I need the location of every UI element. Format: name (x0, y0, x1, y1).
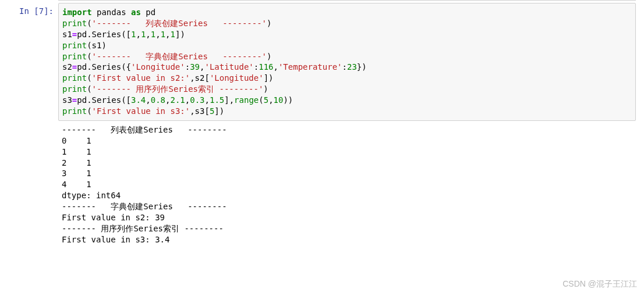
id-s2: s2 (195, 73, 205, 83)
id-pdseries: pd.Series (77, 95, 121, 105)
str-key-longitude: 'Longitude' (131, 62, 185, 72)
num: 39 (190, 62, 200, 72)
output-line: 1 1 (62, 147, 91, 156)
fn-print: print (62, 19, 87, 28)
num: 1 (171, 30, 175, 39)
num: 0.3 (190, 95, 204, 105)
num: 1 (151, 30, 155, 39)
num: 1.5 (210, 95, 224, 105)
id-s3: s3 (195, 106, 205, 116)
output-line: ------- 列表创建Series -------- (62, 125, 227, 134)
fn-print: print (62, 106, 87, 116)
num: 116 (259, 62, 273, 72)
num: 1 (131, 30, 136, 39)
id-pd: pd (146, 8, 155, 17)
output-line: ------- 字典创建Series -------- (62, 202, 227, 211)
str-key-temperature: 'Temperature' (278, 62, 342, 72)
id-pandas: pandas (97, 8, 126, 17)
fn-range: range (234, 95, 259, 105)
fn-print: print (62, 52, 87, 61)
fn-print: print (62, 41, 87, 50)
output-line: 0 1 (62, 136, 91, 145)
num: 1 (141, 30, 146, 39)
input-prompt: In [7]: (0, 3, 58, 16)
num: 1 (161, 30, 165, 39)
output-line: 3 1 (62, 169, 91, 178)
num: 2.1 (170, 95, 185, 105)
id-s2: s2 (62, 62, 72, 72)
kw-as: as (131, 8, 141, 17)
kw-import: import (62, 8, 92, 17)
num: 0.8 (151, 95, 165, 105)
str-key-longitude: 'Longitude' (210, 73, 264, 83)
str-list-header: '------- 列表创建Series --------' (92, 19, 267, 28)
output-line: ------- 用序列作Series索引 -------- (62, 224, 224, 233)
cell-body: import pandas as pd print('------- 列表创建S… (58, 3, 636, 246)
id-pdseries: pd.Series (77, 30, 121, 39)
num: 23 (347, 62, 357, 72)
str-first-s2: 'First value in s2:' (92, 73, 190, 83)
str-seq-header: '------- 用序列作Series索引 --------' (92, 84, 264, 94)
output-line: dtype: int64 (62, 191, 121, 200)
str-dict-header: '------- 字典创建Series --------' (92, 52, 267, 61)
output-line: 2 1 (62, 158, 91, 167)
fn-print: print (62, 84, 87, 94)
str-key-latitude: 'Latitude' (204, 62, 253, 72)
output-line: First value in s3: 3.4 (62, 235, 169, 244)
output-line: 4 1 (62, 180, 91, 189)
num: 10 (274, 95, 284, 105)
id-pdseries: pd.Series (77, 62, 121, 72)
str-first-s3: 'First value in s3:' (92, 106, 190, 116)
num: 5 (210, 106, 214, 116)
notebook-cell: In [7]: import pandas as pd print('-----… (0, 1, 644, 246)
cell-output: ------- 列表创建Series -------- 0 1 1 1 2 1 … (58, 121, 636, 246)
fn-print: print (62, 73, 87, 83)
id-s3: s3 (62, 95, 72, 105)
num: 3.4 (131, 95, 146, 105)
output-line: First value in s2: 39 (62, 213, 165, 222)
id-s1: s1 (62, 30, 72, 39)
id-s1: s1 (92, 41, 102, 50)
num: 5 (264, 95, 268, 105)
code-input[interactable]: import pandas as pd print('------- 列表创建S… (58, 3, 636, 121)
